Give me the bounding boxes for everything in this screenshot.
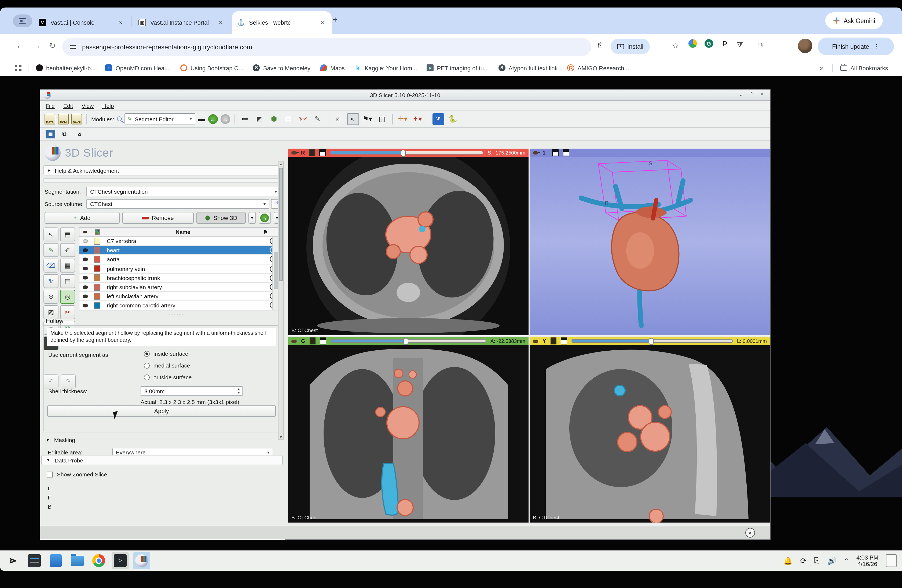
slice-visibility-icon[interactable] <box>309 149 315 156</box>
segment-row-left-subclavian-artery[interactable]: left subclavian artery <box>80 292 279 301</box>
visibility-toggle[interactable] <box>80 239 91 243</box>
segment-row-pulmonary-vein[interactable]: pulmonary vein <box>80 264 279 273</box>
threed-view[interactable]: 1 S R L <box>529 149 770 335</box>
volume-rendering-icon[interactable]: ⬢ <box>268 113 280 125</box>
capture-view-icon[interactable]: ▣ <box>45 130 55 138</box>
visibility-toggle[interactable] <box>80 303 91 307</box>
module-search-icon[interactable] <box>117 116 122 121</box>
spin-up-icon[interactable]: ▲ <box>237 388 240 391</box>
segment-row-right-common-carotid-artery[interactable]: right common carotid artery <box>80 301 279 310</box>
scene-view-save-icon[interactable]: ⧉ <box>58 128 70 140</box>
window-maximize-icon[interactable]: ⌃ <box>750 91 754 97</box>
effect-smoothing[interactable]: ▨ <box>44 305 58 319</box>
window-shade-icon[interactable]: ⌄ <box>739 91 743 97</box>
segment-name[interactable]: brachiocephalic trunk <box>103 275 266 281</box>
segment-row-brachiocephalic-trunk[interactable]: brachiocephalic trunk <box>80 274 279 283</box>
browser-menu-icon[interactable]: ⋮ <box>874 43 880 50</box>
red-view-controls[interactable]: R S: -175.2500mm <box>288 149 529 156</box>
crosshair-button[interactable]: ✛▾ <box>397 113 409 125</box>
view-menu-icon[interactable] <box>562 149 569 156</box>
pin-icon[interactable] <box>291 151 297 154</box>
window-close-icon[interactable]: × <box>760 91 764 97</box>
module-forward-button[interactable]: → <box>220 114 230 124</box>
discover-store-button[interactable] <box>47 552 64 569</box>
load-dicom-button[interactable]: DCM <box>58 113 69 124</box>
place-markup-button[interactable]: ◫ <box>376 113 388 125</box>
window-level-button[interactable]: ⚑▾ <box>362 113 373 125</box>
segment-name[interactable]: right common carotid artery <box>103 302 266 309</box>
annotations-icon[interactable]: ✎ <box>312 113 323 125</box>
segment-name[interactable]: left subclavian artery <box>103 293 266 299</box>
chrome-taskbar-button[interactable] <box>90 552 107 569</box>
slicer-title-bar[interactable]: 3D Slicer 5.10.0-2025-11-10 ⌄ ⌃ × <box>40 89 770 101</box>
bookmark-item[interactable]: Maps <box>320 64 345 71</box>
module-history-menu[interactable]: ▬ <box>198 113 205 125</box>
view-menu-icon[interactable] <box>561 338 567 344</box>
module-selector[interactable]: ✎ Segment Editor ▾ <box>124 113 195 125</box>
threed-view-controls[interactable]: 1 <box>529 149 770 156</box>
bookmark-item[interactable]: Using Bootstrap C... <box>180 64 243 71</box>
scroll-up-icon[interactable]: ▲ <box>279 162 283 166</box>
bookmark-item[interactable]: S Save to Mendeley <box>253 64 310 71</box>
splitter-handle[interactable]: ······ <box>169 312 184 317</box>
segmentation-selector[interactable]: CTChest segmentation ▾ <box>86 187 280 196</box>
tab-close-icon[interactable]: × <box>117 19 124 26</box>
segment-name[interactable]: pulmonary vein <box>103 265 266 272</box>
clipboard-icon[interactable]: ⎘ <box>597 41 602 49</box>
site-settings-icon[interactable] <box>70 44 77 50</box>
green-slice-view[interactable]: G A: -22.5383mm B: CTChest <box>288 337 529 522</box>
reload-button[interactable]: ↻ <box>49 41 56 50</box>
source-volume-selector[interactable]: CTChest ▾ <box>86 199 269 209</box>
tab-close-icon[interactable]: × <box>217 19 224 26</box>
bookmark-star-icon[interactable]: ☆ <box>672 41 679 50</box>
slice-slider[interactable] <box>571 339 733 343</box>
updates-icon[interactable]: ⟳ <box>800 556 806 565</box>
markups-icon[interactable]: ✳✳ <box>297 113 309 125</box>
tab-close-icon[interactable]: × <box>319 19 326 26</box>
pin-icon[interactable] <box>533 151 538 154</box>
effect-hollow-selected[interactable]: ◎ <box>60 290 75 303</box>
segment-color-swatch[interactable] <box>91 247 103 254</box>
effect-paint[interactable]: ✎ <box>44 243 58 257</box>
shell-thickness-input[interactable]: 3.00mm ▲ ▼ <box>141 386 243 396</box>
bookmarks-overflow-icon[interactable]: » <box>820 64 824 72</box>
dismiss-overlay-button[interactable]: × <box>745 528 755 538</box>
show-zoomed-checkbox[interactable] <box>47 471 53 477</box>
extensions-manager-icon[interactable]: ⧩ <box>432 113 444 125</box>
drive-extension-icon[interactable] <box>689 39 697 48</box>
segment-name[interactable]: right subclavian artery <box>103 284 266 290</box>
scene-view-restore-icon[interactable]: ⧇ <box>74 128 85 140</box>
effect-fill-between-slices[interactable]: ▤ <box>60 274 75 288</box>
file-manager-button[interactable] <box>69 552 86 569</box>
new-tab-button[interactable]: + <box>333 15 338 25</box>
slice-slider[interactable] <box>330 151 483 155</box>
radio-inside-surface[interactable]: inside surface <box>144 350 188 357</box>
segment-row-heart-selected[interactable]: heart <box>80 246 279 255</box>
segment-name[interactable]: heart <box>103 247 266 253</box>
notifications-bell-icon[interactable]: 🔔 <box>783 556 792 565</box>
effect-threshold[interactable]: ⬒ <box>60 227 75 241</box>
finish-update-button[interactable]: Finish update ⋮ <box>818 38 894 55</box>
system-settings-button[interactable] <box>26 552 43 569</box>
python-console-icon[interactable]: 🐍 <box>447 113 459 125</box>
red-slice-view[interactable]: R S: -175.2500mm B: CTChest <box>288 149 529 335</box>
bookmark-item[interactable]: R AMIGO Research... <box>567 64 629 71</box>
effect-level-tracing[interactable]: ▦ <box>60 259 75 272</box>
visibility-toggle[interactable] <box>80 294 91 298</box>
show-3d-button[interactable]: ⬢ Show 3D <box>197 212 246 224</box>
radio-icon[interactable] <box>144 374 150 380</box>
clipboard-tray-icon[interactable]: ⎘ <box>814 556 820 565</box>
center-view-icon[interactable] <box>552 149 558 156</box>
bookmark-item[interactable]: k Kaggle: Your Hom... <box>354 64 417 71</box>
show-3d-options-button[interactable]: ▾ <box>249 212 256 224</box>
visibility-toggle[interactable] <box>80 258 91 261</box>
green-view-controls[interactable]: G A: -22.5383mm <box>288 337 529 345</box>
pin-icon[interactable] <box>533 339 538 342</box>
menu-edit[interactable]: Edit <box>63 102 73 109</box>
tab-selkies[interactable]: ⚓ Selkies - webrtc × <box>232 11 332 34</box>
bookmark-item[interactable]: + OpenMD.com Heal... <box>105 64 171 71</box>
view-menu-icon[interactable] <box>320 338 326 344</box>
visibility-toggle[interactable] <box>80 249 91 252</box>
module-finder-icon[interactable]: ≔ <box>239 113 251 125</box>
show-desktop-button[interactable] <box>886 554 897 567</box>
